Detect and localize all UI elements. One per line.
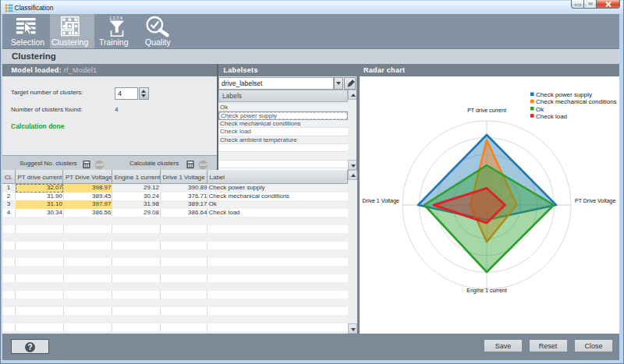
svg-text:Check mechanical conditions: Check mechanical conditions bbox=[536, 98, 617, 105]
svg-text:PT drive current: PT drive current bbox=[467, 108, 506, 113]
svg-text:Engine 1 current: Engine 1 current bbox=[466, 288, 506, 294]
svg-text:Check power supply: Check power supply bbox=[536, 91, 592, 98]
svg-text:1,3,7,4: 1,3,7,4 bbox=[109, 16, 122, 20]
svg-text:Ok: Ok bbox=[536, 106, 544, 113]
svg-text:Drive 1 Voltage: Drive 1 Voltage bbox=[363, 198, 400, 204]
svg-text:Check load: Check load bbox=[536, 113, 567, 120]
svg-text:PT Drive Voltage: PT Drive Voltage bbox=[575, 198, 616, 204]
